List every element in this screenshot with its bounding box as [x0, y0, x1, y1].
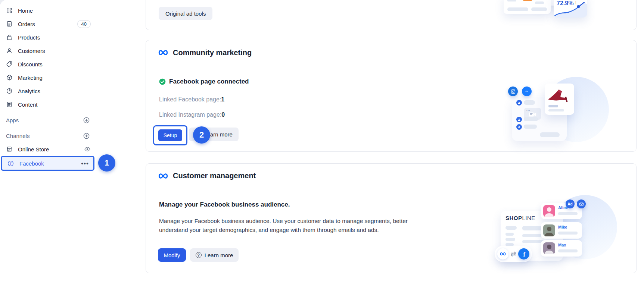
linked-instagram-label: Linked Instagram page: [159, 111, 221, 118]
sidebar-item-label: Online Store [18, 146, 49, 152]
sidebar: Home Orders 40 Products Customers Discou… [0, 0, 96, 283]
modify-button[interactable]: Modify [158, 248, 186, 262]
illustration-stat-card: 72.9% ↑ [554, 0, 587, 18]
sidebar-item-label: Facebook [19, 160, 44, 167]
sidebar-item-label: Products [18, 34, 40, 41]
learn-more-button[interactable]: ? Learn more [190, 248, 239, 262]
deco-bar [535, 1, 544, 4]
messenger-icon [522, 87, 532, 96]
illustration-product-bubble [545, 84, 574, 115]
sidebar-item-analytics[interactable]: Analytics [0, 84, 96, 98]
card-header: Community marketing [146, 40, 636, 65]
card-title: Community marketing [173, 48, 252, 57]
plus-circle-icon [83, 132, 90, 139]
section-label: Apps [6, 117, 19, 123]
question-circle-icon: ? [196, 252, 202, 258]
facebook-icon: f [518, 248, 529, 260]
sidebar-item-content[interactable]: Content [0, 98, 96, 111]
body-line: understand your target demographics, and… [159, 226, 408, 235]
meta-icon [157, 170, 169, 182]
customer-mini-card: Max [541, 240, 582, 257]
storefront-icon [6, 146, 13, 152]
deco-bar [505, 233, 514, 236]
deco-bar [558, 212, 578, 215]
orders-count-badge: 40 [77, 20, 91, 28]
illustration-product-card: Pearl rings [504, 0, 551, 14]
card-header: Customer management [146, 164, 636, 188]
sidebar-item-home[interactable]: Home [0, 4, 96, 17]
deco-bar [548, 105, 558, 107]
sidebar-item-label: Discounts [18, 61, 43, 67]
top-card: Original ad tools Pearl rings 72.9% ↑ [146, 0, 637, 30]
ad-pill [522, 0, 533, 1]
linked-instagram-value: 0 [221, 111, 225, 118]
sidebar-item-facebook[interactable]: f Facebook ••• [1, 156, 94, 171]
app-window: Home Orders 40 Products Customers Discou… [0, 0, 644, 283]
chat-avatar-icon [516, 100, 522, 106]
add-channel-button[interactable] [83, 132, 90, 139]
chat-avatar-icon [516, 117, 522, 122]
setup-label: Setup [164, 132, 177, 138]
trend-line-chart [554, 2, 587, 18]
eye-icon [84, 145, 91, 153]
sidebar-item-online-store[interactable]: Online Store [0, 142, 96, 156]
customer-management-card: Customer management Manage your Facebook… [146, 163, 637, 273]
sidebar-item-label: Home [18, 7, 33, 14]
original-ad-tools-chip[interactable]: Original ad tools [159, 7, 212, 20]
customer-name: Mike [558, 225, 567, 229]
svg-text:f: f [10, 161, 12, 165]
email-badge-icon [577, 199, 586, 208]
sync-pill: ⇄ f [495, 246, 532, 262]
customer-mini-card: Mike [541, 222, 582, 239]
plus-circle-icon [83, 117, 90, 124]
analytics-icon [6, 88, 13, 94]
sidebar-item-customers[interactable]: Customers [0, 44, 96, 57]
preview-eye-button[interactable] [84, 145, 91, 153]
setup-button[interactable]: Setup [158, 129, 182, 141]
sidebar-item-orders[interactable]: Orders 40 [0, 17, 96, 31]
avatar [543, 224, 555, 236]
sidebar-item-discounts[interactable]: Discounts [0, 57, 96, 71]
deco-bar [505, 238, 515, 241]
deco-bar [558, 249, 578, 252]
sidebar-section-channels: Channels [0, 129, 96, 142]
ad-badge-icon: Ad [566, 199, 575, 208]
dots-icon: ••• [526, 109, 530, 111]
sidebar-item-label: Content [18, 101, 38, 108]
logo-light: LINE [522, 215, 535, 221]
high-heel-shoe-image [546, 84, 572, 103]
annotation-box-setup: Setup [153, 125, 187, 145]
annotation-number: 2 [199, 130, 204, 140]
svg-text:f: f [523, 251, 525, 258]
modify-label: Modify [164, 252, 180, 258]
chat-bubble-bar [540, 132, 560, 137]
meta-icon [497, 248, 508, 260]
add-app-button[interactable] [83, 117, 90, 124]
facebook-channel-icon: f [7, 160, 14, 167]
linked-facebook-value: 1 [221, 96, 224, 103]
status-row: Facebook page connected [159, 78, 249, 85]
sidebar-item-label: Customers [18, 48, 45, 54]
sidebar-item-products[interactable]: Products [0, 31, 96, 44]
content-icon [6, 101, 13, 108]
price-bar [507, 0, 516, 1]
sidebar-item-label: Marketing [18, 75, 43, 81]
instagram-icon [508, 87, 518, 96]
deco-bar [507, 7, 528, 11]
ad-badge-label: Ad [567, 202, 572, 206]
discounts-icon [6, 61, 13, 67]
more-options-icon[interactable]: ••• [81, 160, 89, 167]
video-camera-icon [529, 111, 537, 117]
community-marketing-card: Community marketing Facebook page connec… [146, 40, 637, 152]
logo-bold: SHOP [505, 215, 522, 221]
chat-bubble-bar [524, 117, 538, 121]
deco-bar [531, 7, 547, 11]
home-icon [6, 7, 13, 14]
body-line: Manage your Facebook business audience. … [159, 217, 408, 226]
sidebar-item-marketing[interactable]: Marketing [0, 71, 96, 84]
deco-bar [548, 109, 564, 111]
marketing-icon [6, 74, 13, 81]
learn-more-label: Learn more [205, 252, 233, 258]
sidebar-item-label: Orders [18, 21, 35, 27]
chat-bubble-bar [524, 125, 537, 129]
